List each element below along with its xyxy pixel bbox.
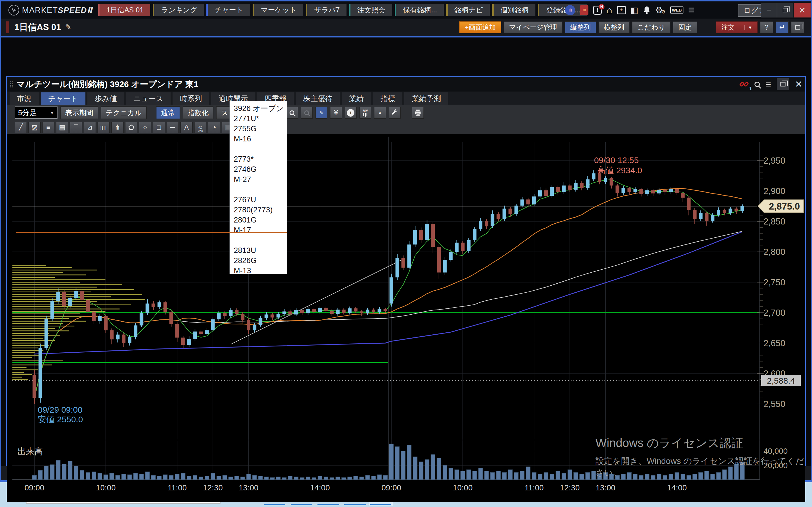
multitool-tab[interactable]: 指標 <box>373 93 402 105</box>
drawing-toolbar: ╱▨≡▤⌒⊿||||⋔○□─A☺icon◔▣❖◊◊A <box>7 120 805 134</box>
help-button[interactable]: ? <box>760 21 773 33</box>
menubar-tab[interactable]: ランキング <box>153 4 204 16</box>
mypage-manage-button[interactable]: マイページ管理 <box>504 21 562 33</box>
vertical-align-button[interactable]: 縦整列 <box>565 21 596 33</box>
fan-lines-icon[interactable]: ⊿ <box>84 122 96 133</box>
svg-text:13:00: 13:00 <box>596 483 615 492</box>
zoom-in-icon[interactable]: + <box>286 107 298 119</box>
chart-style-icon[interactable]: ▲ <box>374 107 386 119</box>
svg-text:高値 2934.0: 高値 2934.0 <box>597 166 642 175</box>
my-indicator-icon[interactable]: MY <box>359 107 371 119</box>
period-select[interactable]: 5分足▼ <box>15 107 57 119</box>
symbol-search-icon[interactable] <box>755 82 760 87</box>
window-close-icon[interactable]: ✕ <box>795 79 802 90</box>
settings-gear-icon[interactable]: ⚙⚙ <box>655 5 665 15</box>
multitool-tab[interactable]: 株主優待 <box>296 93 340 105</box>
multitool-tab[interactable]: チャート <box>41 93 86 105</box>
print-icon[interactable] <box>412 107 424 119</box>
alert-icon[interactable]: !N <box>593 6 602 15</box>
menubar-tab[interactable]: チャート <box>206 4 250 16</box>
restore-button[interactable] <box>777 3 794 18</box>
mode-index-button[interactable]: 指数化 <box>183 107 213 119</box>
hamburger-menu-icon[interactable]: ≡ <box>688 4 695 16</box>
multitool-tab[interactable]: 歩み値 <box>87 93 124 105</box>
time-cycle-icon[interactable]: ◔ <box>208 122 220 133</box>
pitchfork-icon[interactable]: ⋔ <box>111 122 123 133</box>
menubar-tab[interactable]: マーケット <box>253 4 303 16</box>
svg-text:10:00: 10:00 <box>453 483 472 492</box>
multitool-tabs: 市況チャート歩み値ニュース時系列適時開示四季報株主優待業績指標業績予測 <box>7 92 805 105</box>
multitool-tab[interactable]: 業績 <box>342 93 371 105</box>
pentagon-icon[interactable] <box>125 122 137 133</box>
close-button[interactable]: ✕ <box>794 3 811 18</box>
window-menu-icon[interactable]: ≡ <box>765 79 771 90</box>
multitool-tab[interactable]: 業績予測 <box>404 93 448 105</box>
window-restore-icon[interactable] <box>777 78 789 90</box>
layout-restore-button[interactable] <box>791 21 804 33</box>
tooltip-line: M-17 <box>234 225 287 235</box>
multitool-tab[interactable]: 市況 <box>10 93 39 105</box>
svg-text:2,950: 2,950 <box>763 156 785 166</box>
bell-icon[interactable] <box>643 6 651 14</box>
menubar-tab[interactable]: 1日信AS 01 <box>98 4 150 16</box>
svg-text:2,650: 2,650 <box>763 338 785 348</box>
edit-pencil-icon[interactable]: ✎ <box>65 23 71 32</box>
mode-normal-button[interactable]: 通常 <box>156 107 180 119</box>
marketspeed-mini-icon[interactable]: ılı <box>580 5 589 15</box>
parallel-lines-icon[interactable]: ▨ <box>29 122 41 133</box>
text-label-icon[interactable]: A <box>181 122 193 133</box>
chart-settings-wrench-icon[interactable] <box>389 107 401 119</box>
display-period-button[interactable]: 表示期間 <box>60 107 98 119</box>
kodawari-button[interactable]: こだわり <box>632 21 670 33</box>
trend-line-icon[interactable]: ╱ <box>15 122 27 133</box>
horizontal-lines-icon[interactable]: ≡ <box>42 122 54 133</box>
add-screen-button[interactable]: +画面追加 <box>459 21 501 33</box>
dropdown-caret-icon: ▼ <box>50 110 54 115</box>
technical-button[interactable]: テクニカル <box>101 107 147 119</box>
link-group-icon[interactable]: 1 <box>739 79 749 89</box>
web-icon[interactable]: WEB <box>670 6 683 13</box>
draw-pencil-icon[interactable]: ✎ <box>315 107 327 119</box>
home-icon[interactable]: ⌂ <box>606 4 612 15</box>
tooltip-line: 2826G <box>234 256 287 266</box>
fibonacci-arcs-icon[interactable]: ⌒ <box>70 122 82 133</box>
drag-grip-icon[interactable]: ⣿ <box>9 80 13 88</box>
svg-text:11:00: 11:00 <box>524 483 544 492</box>
minimize-button[interactable]: − <box>761 3 777 18</box>
add-window-icon[interactable]: + <box>617 6 626 14</box>
multitool-tab[interactable]: ニュース <box>126 93 170 105</box>
menubar-tab[interactable]: 保有銘柄... <box>395 4 444 16</box>
zoom-out-icon[interactable]: − <box>301 107 313 119</box>
horizontal-align-button[interactable]: 横整列 <box>599 21 629 33</box>
yen-display-icon[interactable]: ¥ <box>330 107 342 119</box>
menubar-tab[interactable]: 銘柄ナビ <box>446 4 490 16</box>
notification-badge: N <box>599 4 605 10</box>
vertical-lines-icon[interactable]: |||| <box>98 122 110 133</box>
ellipse-icon[interactable]: ○ <box>139 122 151 133</box>
pin-button[interactable]: 固定 <box>673 21 697 33</box>
drawn-orange-line[interactable] <box>16 232 287 233</box>
svg-text:09:00: 09:00 <box>382 483 401 492</box>
menubar-tab[interactable]: 個別銘柄 <box>492 4 536 16</box>
svg-text:14:00: 14:00 <box>310 483 330 492</box>
panel-layout-icon[interactable]: ◧ <box>630 5 638 15</box>
svg-text:2,900: 2,900 <box>763 186 785 196</box>
window-border-right <box>811 0 812 482</box>
info-icon[interactable]: i <box>345 107 357 119</box>
link-jump-button[interactable]: ↵ <box>776 21 789 33</box>
tooltip-line: 2755G <box>234 124 287 134</box>
tooltip-line: 2780(2773) <box>234 205 287 215</box>
multitool-titlebar[interactable]: ⣿ マルチツール(個別銘柄) 3926 オープンドア 東1 1 ≡ ✕ <box>7 77 805 92</box>
order-button[interactable]: 注文▼ <box>716 21 758 33</box>
multitool-tab[interactable]: 時系列 <box>172 93 209 105</box>
icon-stamp-icon[interactable]: ☺icon <box>194 122 206 133</box>
dense-lines-icon[interactable]: ▤ <box>56 122 68 133</box>
svg-text:2,700: 2,700 <box>763 308 785 318</box>
svg-text:出来高: 出来高 <box>17 447 43 456</box>
tooltip-line: 2746G <box>234 164 287 174</box>
marketspeed-app-icon[interactable]: ılı <box>565 5 575 15</box>
menubar-tab[interactable]: ザラバ7 <box>306 4 347 16</box>
rectangle-icon[interactable]: □ <box>153 122 165 133</box>
menubar-tab[interactable]: 注文照会 <box>349 4 392 16</box>
horizontal-segment-icon[interactable]: ─ <box>167 122 179 133</box>
